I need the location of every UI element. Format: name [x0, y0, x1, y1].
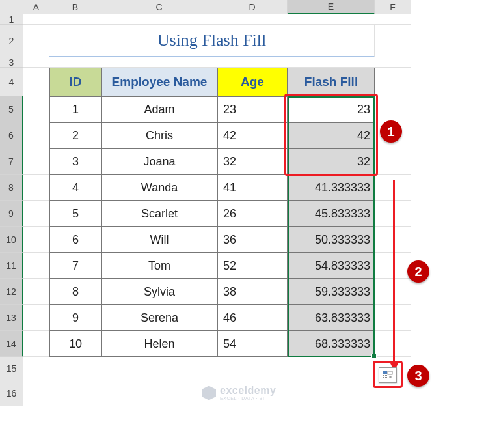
watermark-name: exceldemy: [220, 385, 276, 396]
table-row[interactable]: 23: [217, 96, 288, 122]
row-header-5[interactable]: 5: [0, 96, 23, 122]
col-header-F[interactable]: F: [375, 0, 411, 14]
cell-A7[interactable]: [23, 148, 49, 175]
table-row[interactable]: 1: [49, 96, 101, 122]
svg-rect-3: [385, 375, 387, 376]
table-row[interactable]: 3: [49, 148, 101, 175]
table-row[interactable]: 6: [49, 227, 101, 253]
cube-icon: [202, 386, 216, 400]
row-header-13[interactable]: 13: [0, 305, 23, 331]
row-header-8[interactable]: 8: [0, 175, 23, 201]
cell-A9[interactable]: [23, 201, 49, 227]
table-row[interactable]: 32: [288, 148, 375, 175]
annotation-arrow: [393, 180, 395, 363]
row-header-2[interactable]: 2: [0, 25, 23, 57]
autofill-options-icon: [382, 371, 394, 380]
autofill-options-button[interactable]: [379, 367, 397, 383]
col-header-C[interactable]: C: [101, 0, 217, 14]
table-row[interactable]: 54.833333: [288, 253, 375, 279]
table-row[interactable]: 38: [217, 279, 288, 305]
table-header-name[interactable]: Employee Name: [101, 68, 217, 96]
table-row[interactable]: 23: [288, 96, 375, 122]
row-header-15[interactable]: 15: [0, 357, 23, 380]
col-header-E[interactable]: E: [288, 0, 375, 14]
table-row[interactable]: 42: [288, 122, 375, 148]
table-row[interactable]: 36: [217, 227, 288, 253]
col-header-A[interactable]: A: [23, 0, 49, 14]
watermark-tag: EXCEL · DATA · BI: [220, 396, 276, 400]
row-header-3[interactable]: 3: [0, 57, 23, 68]
table-row[interactable]: 32: [217, 148, 288, 175]
table-row[interactable]: 2: [49, 122, 101, 148]
table-row[interactable]: 41.333333: [288, 175, 375, 201]
table-row[interactable]: 4: [49, 175, 101, 201]
row-header-14[interactable]: 14: [0, 331, 23, 357]
table-row[interactable]: 52: [217, 253, 288, 279]
svg-rect-2: [383, 375, 384, 376]
table-row[interactable]: 9: [49, 305, 101, 331]
table-row[interactable]: Scarlet: [101, 201, 217, 227]
table-row[interactable]: Sylvia: [101, 279, 217, 305]
svg-rect-1: [388, 371, 392, 374]
row-header-7[interactable]: 7: [0, 148, 23, 175]
table-header-flashfill[interactable]: Flash Fill: [288, 68, 375, 96]
col-header-B[interactable]: B: [49, 0, 101, 14]
callout-1: 1: [380, 120, 402, 143]
cell-row3[interactable]: [23, 57, 411, 68]
table-row[interactable]: 41: [217, 175, 288, 201]
table-row[interactable]: 54: [217, 331, 288, 357]
table-row[interactable]: 46: [217, 305, 288, 331]
cell-F7[interactable]: [375, 148, 411, 175]
cell-A12[interactable]: [23, 279, 49, 305]
cell-A2[interactable]: [23, 25, 49, 57]
table-row[interactable]: Helen: [101, 331, 217, 357]
row-header-10[interactable]: 10: [0, 227, 23, 253]
cell-A11[interactable]: [23, 253, 49, 279]
svg-rect-5: [385, 377, 387, 378]
cell-row15[interactable]: [23, 357, 411, 380]
table-header-age[interactable]: Age: [217, 68, 288, 96]
table-row[interactable]: Serena: [101, 305, 217, 331]
table-row[interactable]: Will: [101, 227, 217, 253]
cell-A10[interactable]: [23, 227, 49, 253]
cell-F4[interactable]: [375, 68, 411, 96]
cell-F2[interactable]: [375, 25, 411, 57]
table-row[interactable]: 7: [49, 253, 101, 279]
table-row[interactable]: 45.833333: [288, 201, 375, 227]
table-row[interactable]: 26: [217, 201, 288, 227]
table-row[interactable]: 8: [49, 279, 101, 305]
select-all-corner[interactable]: [0, 0, 23, 14]
row-header-6[interactable]: 6: [0, 122, 23, 148]
table-row[interactable]: 5: [49, 201, 101, 227]
row-header-9[interactable]: 9: [0, 201, 23, 227]
table-row[interactable]: Wanda: [101, 175, 217, 201]
table-row[interactable]: Tom: [101, 253, 217, 279]
table-row[interactable]: Joana: [101, 148, 217, 175]
table-row[interactable]: 59.333333: [288, 279, 375, 305]
table-row[interactable]: 50.333333: [288, 227, 375, 253]
table-row[interactable]: Chris: [101, 122, 217, 148]
table-header-id[interactable]: ID: [49, 68, 101, 96]
cell-A14[interactable]: [23, 331, 49, 357]
table-row[interactable]: 68.333333: [288, 331, 375, 357]
table-row[interactable]: 42: [217, 122, 288, 148]
table-row[interactable]: 10: [49, 331, 101, 357]
row-header-11[interactable]: 11: [0, 253, 23, 279]
row-header-1[interactable]: 1: [0, 14, 23, 25]
callout-3: 3: [407, 365, 429, 387]
col-header-D[interactable]: D: [217, 0, 288, 14]
svg-rect-4: [383, 377, 384, 378]
cell-A1[interactable]: [23, 14, 411, 25]
row-header-16[interactable]: 16: [0, 380, 23, 406]
cell-A6[interactable]: [23, 122, 49, 148]
cell-A13[interactable]: [23, 305, 49, 331]
row-header-12[interactable]: 12: [0, 279, 23, 305]
table-row[interactable]: 63.833333: [288, 305, 375, 331]
cell-A4[interactable]: [23, 68, 49, 96]
cell-A5[interactable]: [23, 96, 49, 122]
row-header-4[interactable]: 4: [0, 68, 23, 96]
watermark: exceldemy EXCEL · DATA · BI: [202, 385, 276, 400]
cell-F5[interactable]: [375, 96, 411, 122]
table-row[interactable]: Adam: [101, 96, 217, 122]
cell-A8[interactable]: [23, 175, 49, 201]
